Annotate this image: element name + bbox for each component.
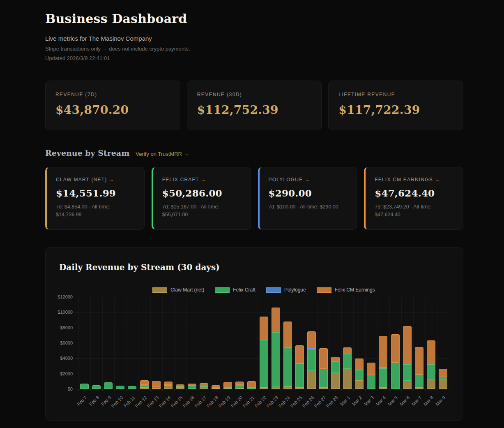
bar-segment[interactable] (152, 387, 161, 388)
legend-item-claw-mart-net[interactable]: Claw Mart (net) (152, 287, 204, 293)
bar-segment[interactable] (355, 370, 364, 380)
bar-segment[interactable] (307, 331, 316, 349)
bar-segment[interactable] (128, 386, 136, 389)
bar-segment[interactable] (283, 347, 292, 348)
bar-segment[interactable] (295, 363, 304, 387)
stream-card-link[interactable]: POLYLOGUE → (269, 177, 348, 183)
legend-item-felix-craft[interactable]: Felix Craft (215, 287, 255, 293)
bar-segment[interactable] (391, 363, 400, 389)
bar-segment[interactable] (355, 359, 364, 370)
bar-segment[interactable] (343, 369, 352, 389)
bar-segment[interactable] (200, 383, 208, 386)
bar-segment[interactable] (379, 368, 387, 368)
bar-segment[interactable] (188, 384, 196, 386)
x-axis-tick (353, 389, 354, 391)
x-axis-tick (282, 389, 282, 391)
bar-segment[interactable] (439, 377, 447, 380)
bar-segment[interactable] (319, 348, 328, 369)
bar-segment[interactable] (223, 387, 232, 389)
bar-segment[interactable] (427, 380, 435, 389)
bar-segment[interactable] (403, 326, 412, 364)
bar-segment[interactable] (439, 380, 447, 389)
bar-segment[interactable] (164, 382, 173, 384)
x-axis-tick (246, 389, 246, 391)
bar-segment[interactable] (415, 375, 423, 388)
stream-card-stats: 7d: $100.00 · All-time: $290.00 (269, 203, 348, 211)
bar-segment[interactable] (403, 381, 412, 389)
bar-segment[interactable] (92, 385, 101, 389)
bar-segment[interactable] (223, 382, 232, 387)
bar-segment[interactable] (212, 387, 220, 388)
bar-segment[interactable] (212, 385, 220, 387)
bar-segment[interactable] (439, 369, 447, 377)
x-axis-tick (114, 389, 115, 391)
bar-segment[interactable] (176, 384, 184, 386)
bar-segment[interactable] (415, 347, 423, 375)
bar-segment[interactable] (379, 368, 387, 387)
bar-segment[interactable] (379, 336, 387, 368)
x-axis-label: Feb 12 (134, 395, 148, 409)
x-axis-tick (162, 389, 163, 391)
stream-card-link[interactable]: FELIX CM EARNINGS → (375, 177, 454, 183)
bar-segment[interactable] (152, 381, 161, 387)
trustmrr-link[interactable]: Verify on TrustMRR → (136, 151, 189, 157)
bar-segment[interactable] (367, 363, 375, 375)
bar-segment[interactable] (367, 375, 375, 389)
summary-card-value: $112,752.39 (197, 103, 312, 117)
legend-item-polylogue[interactable]: Polylogue (266, 287, 306, 293)
x-axis-label: Mar 7 (411, 395, 422, 407)
bar-segment[interactable] (403, 364, 412, 381)
y-axis-label: $6000 (47, 340, 73, 345)
bar-segment[interactable] (283, 322, 292, 347)
bar-segment[interactable] (140, 380, 149, 385)
bar-segment[interactable] (235, 385, 244, 389)
bar-segment[interactable] (307, 371, 316, 389)
bar-segment[interactable] (391, 334, 400, 363)
legend-swatch-icon (266, 287, 281, 293)
bar-segment[interactable] (319, 369, 328, 387)
stream-card-link[interactable]: CLAW MART (NET) → (56, 177, 135, 183)
legend-item-felix-cm-earnings[interactable]: Felix CM Earnings (317, 287, 375, 293)
bar-segment[interactable] (272, 308, 280, 332)
bar-segment[interactable] (260, 317, 268, 340)
stream-card-stats: 7d: $23,749.20 · All-time: $47,624.40 (375, 203, 454, 219)
x-axis-tick (389, 389, 390, 391)
x-axis-label: Mar 6 (399, 395, 410, 407)
summary-card: REVENUE (30D)$112,752.39 (187, 81, 322, 130)
bar-segment[interactable] (188, 386, 196, 389)
bar-segment[interactable] (343, 347, 352, 354)
stream-card-label: FELIX CRAFT (162, 177, 201, 183)
bar-segment[interactable] (116, 386, 124, 389)
bar-segment[interactable] (355, 380, 364, 389)
bar-segment[interactable] (307, 349, 316, 371)
bar-segment[interactable] (295, 345, 304, 364)
bar-segment[interactable] (140, 385, 149, 387)
y-axis-label: $2000 (47, 371, 73, 376)
stream-card-link[interactable]: FELIX CRAFT → (162, 177, 242, 183)
legend-swatch-icon (152, 287, 167, 293)
bar-segment[interactable] (343, 354, 352, 369)
bar-segment[interactable] (104, 382, 113, 389)
bar-segment[interactable] (283, 348, 292, 386)
bar-segment[interactable] (235, 382, 244, 385)
bar-segment[interactable] (331, 357, 340, 362)
legend-label: Felix Craft (233, 287, 255, 293)
bar-segment[interactable] (272, 332, 280, 387)
x-axis-label: Feb 14 (158, 395, 172, 409)
bar-segment[interactable] (331, 373, 340, 389)
bar-segment[interactable] (247, 381, 256, 387)
dashboard-page: Business Dashboard Live metrics for The … (45, 0, 463, 421)
y-axis-label: $4000 (47, 356, 73, 361)
stream-cards-row: CLAW MART (NET) →$14,551.997d: $4,854.00… (45, 167, 463, 230)
bar-segment[interactable] (427, 364, 435, 380)
bar-segment[interactable] (260, 340, 268, 388)
bar-segment[interactable] (176, 386, 184, 388)
summary-card: REVENUE (7D)$43,870.20 (45, 81, 180, 130)
x-axis-tick (306, 389, 306, 391)
bar-segment[interactable] (331, 362, 340, 373)
bar-segment[interactable] (80, 384, 89, 389)
stream-card-value: $290.00 (269, 187, 348, 199)
bar-segment[interactable] (164, 385, 173, 389)
bar-segment[interactable] (307, 348, 316, 349)
bar-segment[interactable] (427, 340, 435, 364)
